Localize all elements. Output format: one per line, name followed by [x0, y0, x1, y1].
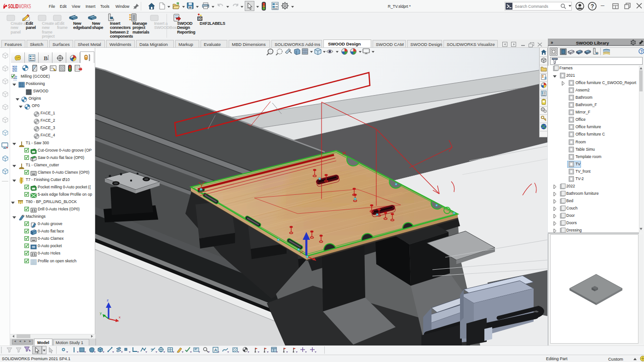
- svg-text:SOLIDWORKS: SOLIDWORKS: [8, 4, 31, 10]
- svg-text:z: z: [107, 298, 109, 302]
- svg-text:3D: 3D: [198, 17, 202, 20]
- svg-text:N30: N30: [12, 70, 17, 72]
- svg-text:N30: N30: [13, 79, 17, 81]
- svg-text:y: y: [100, 311, 102, 315]
- svg-text:?: ?: [640, 49, 643, 54]
- svg-text:Β: Β: [44, 55, 48, 62]
- svg-text:?: ?: [591, 3, 594, 10]
- svg-text:x: x: [119, 315, 121, 319]
